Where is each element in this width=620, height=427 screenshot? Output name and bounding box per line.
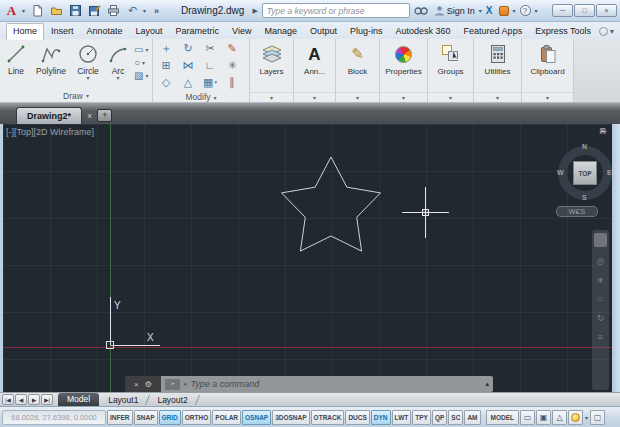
ucs-origin-box[interactable]	[106, 341, 114, 349]
viewcube-north[interactable]: N	[582, 143, 587, 150]
tab-express-tools[interactable]: Express Tools	[529, 24, 597, 39]
help-dropdown-icon[interactable]: ▾	[535, 7, 538, 14]
help-button[interactable]: ?	[520, 5, 531, 16]
sign-in-dropdown-icon[interactable]: ▾	[479, 7, 482, 14]
open-file-button[interactable]	[48, 3, 65, 18]
trim-tool-button[interactable]: ✂	[205, 43, 214, 54]
viewcube[interactable]: N S W E TOP	[556, 144, 612, 202]
toggle-dyn[interactable]: DYN	[371, 410, 391, 425]
minimize-button[interactable]: ─	[552, 4, 573, 17]
toggle-lwt[interactable]: LWT	[392, 410, 412, 425]
line-tool-button[interactable]: Line	[1, 41, 31, 89]
ellipse-tool-button[interactable]: ○▾	[134, 57, 148, 68]
erase-tool-button[interactable]: ✎	[227, 43, 236, 54]
circle-tool-button[interactable]: Circle ▾	[71, 41, 105, 89]
annotation-panel[interactable]: A Ann... ▾	[294, 39, 336, 102]
annotation-visibility-button[interactable]	[568, 410, 583, 425]
array-flyout-icon[interactable]: ▾	[214, 80, 217, 85]
close-button[interactable]: ×	[596, 4, 617, 17]
viewport-controls-label[interactable]: [-][Top][2D Wireframe]	[6, 127, 94, 137]
new-drawing-tab-button[interactable]: +	[97, 109, 112, 122]
search-button[interactable]	[414, 6, 428, 16]
quick-view-layouts-button[interactable]: ▭	[520, 410, 535, 425]
ellipse-flyout-icon[interactable]: ▾	[142, 59, 145, 66]
layers-panel-expand-icon[interactable]: ▾	[250, 92, 293, 102]
wcs-dropdown[interactable]: WCS ▾	[556, 206, 598, 217]
toggle-polar[interactable]: POLAR	[212, 410, 241, 425]
viewcube-south[interactable]: S	[582, 194, 587, 201]
groups-panel[interactable]: Groups ▾	[428, 39, 474, 102]
offset-tool-button[interactable]: ∥	[229, 77, 235, 88]
block-panel[interactable]: ✎ Block ▾	[336, 39, 380, 102]
utilities-panel-expand-icon[interactable]: ▾	[474, 92, 521, 102]
first-layout-button[interactable]: |◀	[2, 394, 14, 405]
command-line[interactable]: × ⚙ ＞ ▾ ▴	[125, 376, 493, 392]
ribbon-display-options[interactable]: ▾	[599, 27, 614, 36]
toggle-ortho[interactable]: ORTHO	[182, 410, 211, 425]
communication-center-button[interactable]	[499, 6, 509, 16]
draw-panel-label[interactable]: Draw ▾	[0, 89, 152, 102]
tab-output[interactable]: Output	[304, 24, 343, 39]
communication-dropdown-icon[interactable]: ▾	[513, 7, 516, 14]
steering-wheel-icon[interactable]: ◎	[597, 257, 605, 266]
tab-layout[interactable]: Layout	[130, 24, 169, 39]
hatch-tool-button[interactable]: ▨▾	[134, 70, 148, 81]
showmotion-icon[interactable]: ≡	[598, 333, 603, 342]
tab-parametric[interactable]: Parametric	[170, 24, 226, 39]
copy-tool-button[interactable]: ⊞	[161, 60, 170, 71]
command-customize-icon[interactable]: ⚙	[145, 380, 152, 389]
annotation-scale-button[interactable]: △	[552, 410, 567, 425]
array-tool-button[interactable]: ▦▾	[203, 77, 217, 88]
layers-panel[interactable]: Layers ▾	[250, 39, 294, 102]
toggle-3dosnap[interactable]: 3DOSNAP	[272, 410, 309, 425]
status-options-chevron-icon[interactable]: ▾	[584, 414, 589, 421]
toggle-qp[interactable]: QP	[432, 410, 447, 425]
clipboard-panel[interactable]: Clipboard ▾	[522, 39, 574, 102]
plot-button[interactable]	[105, 3, 122, 18]
hatch-flyout-icon[interactable]: ▾	[145, 72, 148, 79]
command-close-icon[interactable]: ×	[134, 380, 139, 389]
explode-tool-button[interactable]: ✳	[227, 60, 236, 71]
model-space-button[interactable]: MODEL	[486, 410, 519, 425]
toggle-osnap[interactable]: OSNAP	[242, 410, 271, 425]
last-layout-button[interactable]: ▶|	[41, 394, 53, 405]
viewcube-top-face[interactable]: TOP	[573, 161, 597, 185]
navigation-bar[interactable]: ◎ ∗ ○ ↻ ≡	[592, 230, 609, 390]
tab-view[interactable]: View	[226, 24, 257, 39]
tab-home[interactable]: Home	[6, 23, 44, 40]
quick-view-drawings-button[interactable]: ▣	[536, 410, 551, 425]
autocad-logo-icon[interactable]: A	[3, 3, 20, 18]
toggle-tpy[interactable]: TPY	[412, 410, 431, 425]
properties-panel-expand-icon[interactable]: ▾	[380, 92, 427, 102]
tab-manage[interactable]: Manage	[258, 24, 303, 39]
undo-dropdown-icon[interactable]: ▾	[143, 7, 146, 14]
drawing-canvas[interactable]: [-][Top][2D Wireframe] ─ □ × N S W E TOP…	[3, 124, 612, 392]
toggle-sc[interactable]: SC	[448, 410, 463, 425]
new-file-button[interactable]	[29, 3, 46, 18]
pan-icon[interactable]: ∗	[597, 276, 605, 285]
circle-flyout-icon[interactable]: ▾	[86, 76, 89, 80]
command-input-area[interactable]: ＞ ▾ ▴	[161, 376, 493, 392]
application-menu-chevron-icon[interactable]: ▾	[22, 7, 25, 14]
stretch-tool-button[interactable]: ◇	[162, 77, 170, 88]
tab-annotate[interactable]: Annotate	[81, 24, 129, 39]
maximize-button[interactable]: □	[574, 4, 595, 17]
mirror-tool-button[interactable]: ⋈	[183, 60, 194, 71]
tab-layout2[interactable]: Layout2	[150, 395, 194, 405]
scale-tool-button[interactable]: △	[184, 77, 192, 88]
arc-tool-button[interactable]: Arc ▾	[105, 41, 131, 89]
save-button[interactable]	[67, 3, 84, 18]
prev-layout-button[interactable]: ◀	[15, 394, 27, 405]
arc-flyout-icon[interactable]: ▾	[116, 76, 119, 80]
full-navigation-wheel-button[interactable]	[594, 233, 607, 247]
viewport-close-icon[interactable]: ×	[600, 126, 605, 136]
orbit-icon[interactable]: ↻	[597, 314, 605, 323]
file-tab-close-icon[interactable]: ×	[87, 111, 92, 121]
tab-plugins[interactable]: Plug-ins	[344, 24, 389, 39]
toggle-infer[interactable]: INFER	[107, 410, 133, 425]
search-expand-icon[interactable]: ▶	[252, 7, 257, 15]
tab-model[interactable]: Model	[58, 393, 99, 406]
toggle-am[interactable]: AM	[464, 410, 480, 425]
rotate-tool-button[interactable]: ↻	[183, 43, 192, 54]
viewcube-east[interactable]: E	[607, 169, 612, 176]
